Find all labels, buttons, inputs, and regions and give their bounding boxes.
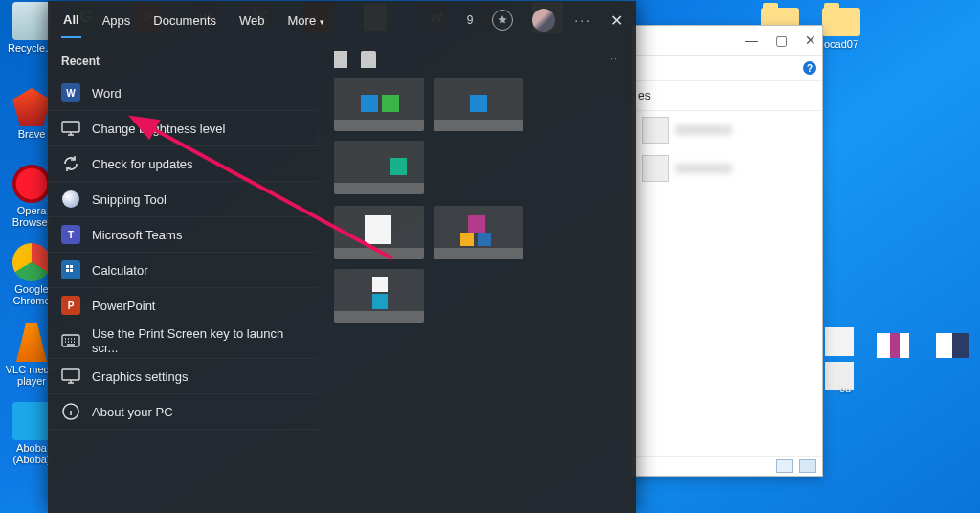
recent-files-icon[interactable]	[334, 51, 347, 68]
keyboard-icon	[61, 331, 80, 350]
label: Opera Browser	[12, 205, 51, 228]
snipping-icon	[61, 190, 80, 209]
recent-item-powerpoint[interactable]: P PowerPoint	[48, 288, 318, 323]
explorer-item-label	[675, 125, 732, 135]
calculator-icon	[61, 260, 80, 279]
explorer-toolbar: ?	[633, 56, 822, 81]
preview-tile[interactable]	[334, 206, 424, 259]
recent-header: Recent	[48, 39, 318, 76]
rewards-count: 9	[467, 13, 474, 27]
preview-tile[interactable]	[334, 269, 424, 323]
svg-rect-2	[66, 265, 69, 268]
preview-options[interactable]: ··	[610, 53, 619, 64]
info-icon	[61, 402, 80, 421]
recent-item-label: Word	[92, 86, 122, 100]
recent-item-updates[interactable]: Check for updates	[48, 146, 318, 182]
svg-rect-4	[66, 269, 69, 272]
recent-item-about[interactable]: About your PC	[48, 394, 318, 430]
recent-item-label: Snipping Tool	[92, 192, 167, 207]
desktop-icon-occ1[interactable]: ou	[817, 383, 873, 394]
recent-item-label: Change brightness level	[92, 122, 225, 136]
monitor-icon	[61, 367, 80, 386]
explorer-nav-row[interactable]: es	[633, 81, 822, 111]
label: Google Chrome	[12, 283, 50, 306]
refresh-icon	[61, 154, 80, 173]
recent-item-label: About your PC	[92, 405, 173, 419]
recent-item-word[interactable]: W Word	[48, 76, 318, 111]
close-button[interactable]: ✕	[805, 33, 816, 48]
preview-tile[interactable]	[334, 141, 424, 194]
rewards-icon[interactable]	[492, 10, 513, 31]
recent-item-label: Check for updates	[92, 157, 193, 171]
preview-tile[interactable]	[434, 78, 523, 131]
recent-list: Recent W Word Change brightness level Ch…	[48, 39, 319, 513]
label: ocad07	[824, 38, 858, 50]
minimize-button[interactable]: —	[745, 33, 758, 48]
maximize-button[interactable]: ▢	[775, 33, 788, 48]
recent-item-label: PowerPoint	[92, 299, 155, 313]
preview-tile[interactable]	[434, 206, 523, 259]
explorer-titlebar: — ▢ ✕	[633, 26, 822, 56]
tab-all[interactable]: All	[61, 3, 81, 38]
tab-apps[interactable]: Apps	[100, 4, 133, 37]
user-avatar[interactable]	[532, 9, 555, 32]
explorer-item-label	[675, 164, 732, 173]
desktop-thumb[interactable]	[936, 333, 969, 358]
powerpoint-icon: P	[61, 296, 80, 315]
tab-documents[interactable]: Documents	[151, 4, 218, 37]
search-preview-pane: ··	[319, 39, 636, 513]
tab-more[interactable]: More ▾	[286, 4, 326, 37]
recent-item-teams[interactable]: T Microsoft Teams	[48, 217, 318, 253]
label: ou	[839, 383, 851, 394]
recent-item-snipping[interactable]: Snipping Tool	[48, 182, 318, 217]
desktop-thumb[interactable]	[877, 333, 909, 358]
preview-tile[interactable]	[334, 78, 424, 131]
recent-item-label: Calculator	[92, 263, 148, 278]
desktop-thumb[interactable]	[825, 327, 854, 356]
teams-icon: T	[61, 225, 80, 244]
close-search-button[interactable]: ✕	[611, 11, 623, 30]
label: Brave	[18, 128, 46, 140]
recent-item-calculator[interactable]: Calculator	[48, 253, 318, 288]
svg-rect-0	[62, 122, 79, 132]
recent-item-brightness[interactable]: Change brightness level	[48, 111, 318, 146]
tab-web[interactable]: Web	[237, 4, 267, 37]
search-panel: All Apps Documents Web More ▾ 9 ··· ✕ Re…	[48, 1, 636, 513]
explorer-window[interactable]: — ▢ ✕ ? es	[632, 25, 823, 477]
svg-rect-7	[62, 369, 79, 380]
chevron-down-icon: ▾	[320, 16, 324, 26]
monitor-icon	[61, 119, 80, 138]
recent-item-label: Graphics settings	[92, 369, 188, 384]
view-large-button[interactable]	[799, 459, 816, 473]
search-tabs: All Apps Documents Web More ▾ 9 ··· ✕	[48, 1, 636, 39]
explorer-item[interactable]	[633, 149, 822, 188]
recent-item-label: Microsoft Teams	[92, 228, 182, 242]
svg-rect-5	[70, 269, 73, 272]
view-details-button[interactable]	[776, 459, 793, 473]
recent-item-printscreen[interactable]: Use the Print Screen key to launch scr..…	[48, 323, 318, 359]
options-button[interactable]: ···	[574, 12, 591, 28]
recent-item-graphics[interactable]: Graphics settings	[48, 359, 318, 394]
word-icon: W	[61, 83, 80, 102]
recent-apps-icon[interactable]	[361, 51, 376, 68]
explorer-item[interactable]	[633, 111, 822, 149]
svg-rect-3	[70, 265, 73, 268]
explorer-statusbar	[633, 456, 822, 476]
label: Aboba (Aboba)	[12, 442, 50, 465]
recent-item-label: Use the Print Screen key to launch scr..…	[92, 326, 304, 355]
help-icon[interactable]: ?	[803, 61, 816, 75]
